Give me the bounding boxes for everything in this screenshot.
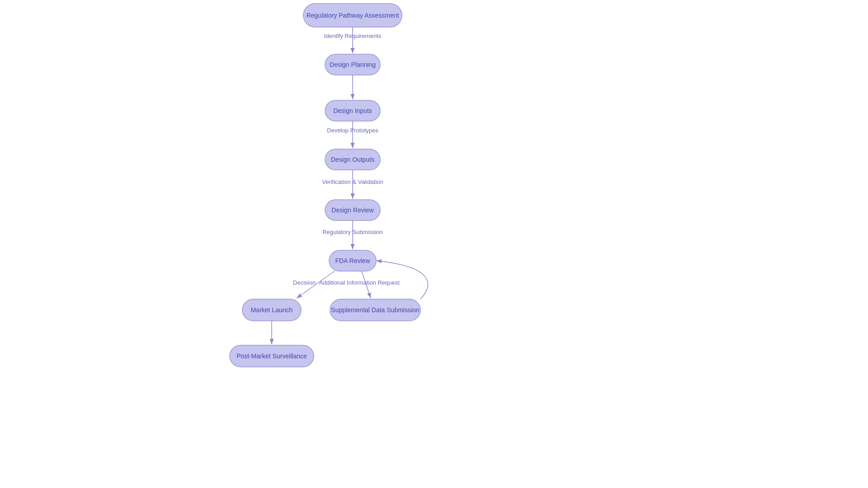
node-label-market-launch: Market Launch — [251, 306, 293, 314]
edge-label-decision: Decision — [293, 279, 316, 286]
node-label-post-market-surveillance: Post-Market Surveillance — [236, 352, 307, 360]
node-label-design-review: Design Review — [331, 206, 374, 214]
node-label-fda-review: FDA Review — [335, 257, 370, 264]
node-label-design-outputs: Design Outputs — [331, 156, 375, 163]
edge-label-verification-validation: Verification & Validation — [322, 178, 383, 185]
edge-label-regulatory-submission: Regulatory Submission — [322, 229, 383, 235]
edge-label-identify-requirements: Identify Requirements — [324, 33, 382, 39]
node-label-supplemental-data-submission: Supplemental Data Submission — [331, 306, 419, 314]
node-label-design-planning: Design Planning — [330, 61, 376, 68]
node-label-design-inputs: Design Inputs — [333, 107, 372, 114]
edge-label-develop-prototypes: Develop Prototypes — [327, 127, 378, 134]
edge-label-additional-information: Additional Information Request — [319, 279, 400, 286]
node-label-regulatory-pathway-assessment: Regulatory Pathway Assessment — [307, 12, 399, 19]
diagram-container: Regulatory Pathway Assessment Design Pla… — [0, 0, 868, 488]
flowchart-svg: Regulatory Pathway Assessment Design Pla… — [0, 0, 868, 488]
